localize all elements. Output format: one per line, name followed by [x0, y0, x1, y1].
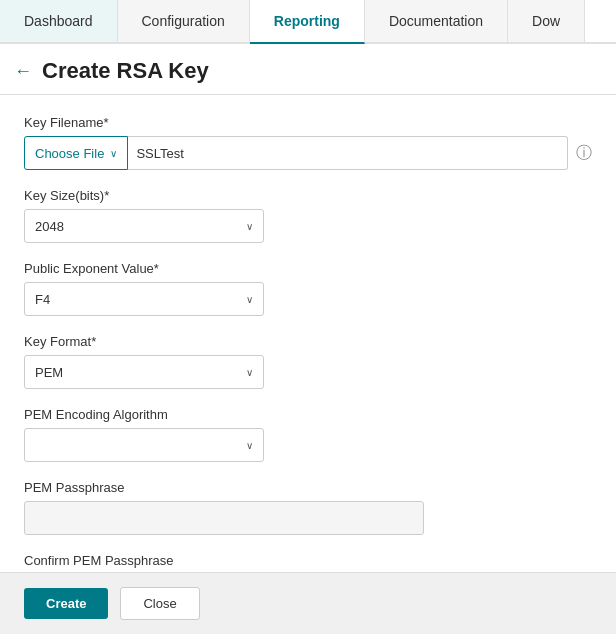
key-format-dropdown[interactable]: PEM ∨ — [24, 355, 264, 389]
key-size-chevron-icon: ∨ — [246, 221, 253, 232]
key-format-group: Key Format* PEM ∨ — [24, 334, 592, 389]
key-size-group: Key Size(bits)* 2048 ∨ — [24, 188, 592, 243]
choose-file-chevron-icon: ∨ — [110, 148, 117, 159]
confirm-passphrase-label: Confirm PEM Passphrase — [24, 553, 592, 568]
key-filename-label: Key Filename* — [24, 115, 592, 130]
page-title: Create RSA Key — [42, 58, 209, 84]
back-arrow-icon[interactable]: ← — [14, 61, 32, 82]
key-format-chevron-icon: ∨ — [246, 367, 253, 378]
create-button[interactable]: Create — [24, 588, 108, 619]
key-size-value: 2048 — [35, 219, 64, 234]
filename-input[interactable] — [128, 136, 568, 170]
public-exponent-value: F4 — [35, 292, 50, 307]
tab-configuration[interactable]: Configuration — [118, 0, 250, 42]
info-icon[interactable]: ⓘ — [576, 143, 592, 164]
choose-file-button[interactable]: Choose File ∨ — [24, 136, 128, 170]
pem-passphrase-input[interactable] — [24, 501, 424, 535]
key-format-label: Key Format* — [24, 334, 592, 349]
public-exponent-group: Public Exponent Value* F4 ∨ — [24, 261, 592, 316]
page-header: ← Create RSA Key — [0, 44, 616, 95]
tab-dow[interactable]: Dow — [508, 0, 585, 42]
close-button[interactable]: Close — [120, 587, 199, 620]
tab-documentation[interactable]: Documentation — [365, 0, 508, 42]
navbar: Dashboard Configuration Reporting Docume… — [0, 0, 616, 44]
public-exponent-dropdown[interactable]: F4 ∨ — [24, 282, 264, 316]
key-size-dropdown[interactable]: 2048 ∨ — [24, 209, 264, 243]
tab-dow-label: Dow — [532, 13, 560, 29]
pem-passphrase-label: PEM Passphrase — [24, 480, 592, 495]
pem-encoding-dropdown[interactable]: ∨ — [24, 428, 264, 462]
form-container: Key Filename* Choose File ∨ ⓘ Key Size(b… — [0, 95, 616, 634]
tab-documentation-label: Documentation — [389, 13, 483, 29]
tab-dashboard-label: Dashboard — [24, 13, 93, 29]
pem-encoding-group: PEM Encoding Algorithm ∨ — [24, 407, 592, 462]
filename-row: Choose File ∨ ⓘ — [24, 136, 592, 170]
tab-configuration-label: Configuration — [142, 13, 225, 29]
public-exponent-chevron-icon: ∨ — [246, 294, 253, 305]
choose-file-text: Choose File — [35, 146, 104, 161]
form-footer: Create Close — [0, 572, 616, 634]
tab-dashboard[interactable]: Dashboard — [0, 0, 118, 42]
key-format-value: PEM — [35, 365, 63, 380]
key-filename-group: Key Filename* Choose File ∨ ⓘ — [24, 115, 592, 170]
public-exponent-label: Public Exponent Value* — [24, 261, 592, 276]
pem-encoding-label: PEM Encoding Algorithm — [24, 407, 592, 422]
pem-passphrase-group: PEM Passphrase — [24, 480, 592, 535]
tab-reporting[interactable]: Reporting — [250, 0, 365, 44]
tab-reporting-label: Reporting — [274, 13, 340, 29]
key-size-label: Key Size(bits)* — [24, 188, 592, 203]
pem-encoding-chevron-icon: ∨ — [246, 440, 253, 451]
